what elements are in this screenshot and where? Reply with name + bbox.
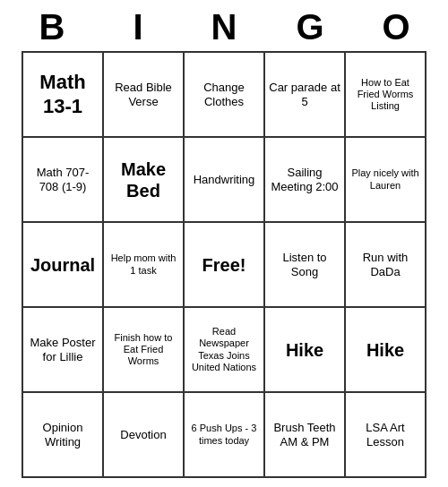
letter-n: N	[184, 7, 264, 47]
cell-17: Read Newspaper Texas Joins United Nation…	[185, 308, 265, 393]
cell-11: Help mom with 1 task	[104, 223, 185, 308]
cell-21: Devotion	[104, 393, 185, 478]
cell-3: Car parade at 5	[265, 53, 346, 138]
cell-2: Change Clothes	[185, 53, 265, 138]
cell-23: Brush Teeth AM & PM	[265, 393, 346, 478]
cell-14: Run with DaDa	[346, 223, 426, 308]
cell-13: Listen to Song	[265, 223, 346, 308]
cell-16: Finish how to Eat Fried Worms	[104, 308, 185, 393]
cell-4: How to Eat Fried Worms Listing	[346, 53, 426, 138]
cell-18: Hike	[265, 308, 346, 393]
cell-15: Make Poster for Lillie	[23, 308, 104, 393]
bingo-header: B I N G O	[9, 0, 439, 51]
letter-g: G	[270, 7, 350, 47]
letter-o: O	[356, 7, 436, 47]
cell-20: Opinion Writing	[23, 393, 104, 478]
cell-5: Math 707-708 (1-9)	[23, 138, 104, 223]
cell-6: Make Bed	[104, 138, 185, 223]
cell-22: 6 Push Ups - 3 times today	[185, 393, 265, 478]
cell-19: Hike	[346, 308, 426, 393]
cell-8: Sailing Meeting 2:00	[265, 138, 346, 223]
bingo-grid: Math 13-1Read Bible VerseChange ClothesC…	[22, 51, 426, 478]
cell-24: LSA Art Lesson	[346, 393, 426, 478]
cell-10: Journal	[23, 223, 104, 308]
cell-0: Math 13-1	[23, 53, 104, 138]
cell-9: Play nicely with Lauren	[346, 138, 426, 223]
letter-i: I	[98, 7, 178, 47]
cell-1: Read Bible Verse	[104, 53, 185, 138]
cell-12: Free!	[185, 223, 265, 308]
letter-b: B	[12, 7, 92, 47]
cell-7: Handwriting	[185, 138, 265, 223]
